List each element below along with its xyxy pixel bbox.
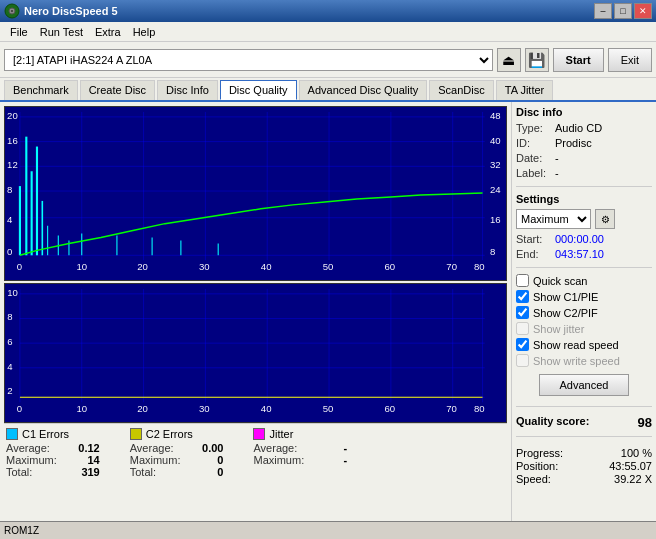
legend-jitter: Jitter Average: - Maximum: - — [253, 428, 347, 478]
maximize-button[interactable]: □ — [614, 3, 632, 19]
c1-color-swatch — [6, 428, 18, 440]
close-button[interactable]: ✕ — [634, 3, 652, 19]
svg-text:0: 0 — [17, 404, 22, 414]
minimize-button[interactable]: – — [594, 3, 612, 19]
speed-label: Speed: — [516, 473, 551, 485]
menu-bar: File Run Test Extra Help — [0, 22, 656, 42]
svg-text:50: 50 — [323, 262, 334, 272]
quick-scan-label: Quick scan — [533, 275, 587, 287]
divider-4 — [516, 436, 652, 437]
show-c1-pie-checkbox[interactable] — [516, 290, 529, 303]
menu-help[interactable]: Help — [127, 24, 162, 40]
svg-rect-3 — [5, 107, 506, 280]
svg-text:40: 40 — [261, 262, 272, 272]
c2-maximum-value: 0 — [188, 454, 223, 466]
date-label: Date: — [516, 152, 551, 164]
app-icon — [4, 3, 20, 19]
legend-area: C1 Errors Average: 0.12 Maximum: 14 Tota… — [4, 423, 507, 482]
charts-area: 20 16 12 8 4 0 48 40 32 24 16 8 — [0, 102, 511, 521]
tab-disc-info[interactable]: Disc Info — [157, 80, 218, 100]
svg-text:40: 40 — [490, 136, 501, 146]
quick-scan-checkbox[interactable] — [516, 274, 529, 287]
show-write-speed-checkbox[interactable] — [516, 354, 529, 367]
svg-text:80: 80 — [474, 404, 485, 414]
svg-point-2 — [11, 10, 13, 12]
svg-text:16: 16 — [490, 215, 501, 225]
settings-title: Settings — [516, 193, 652, 205]
divider-3 — [516, 406, 652, 407]
quality-score-row: Quality score: 98 — [516, 415, 652, 430]
show-jitter-checkbox[interactable] — [516, 322, 529, 335]
jitter-color-swatch — [253, 428, 265, 440]
c2-total-label: Total: — [130, 466, 156, 478]
svg-text:8: 8 — [7, 185, 12, 195]
window-controls: – □ ✕ — [594, 3, 652, 19]
title-bar: Nero DiscSpeed 5 – □ ✕ — [0, 0, 656, 22]
svg-text:24: 24 — [490, 185, 501, 195]
c1-maximum-value: 14 — [65, 454, 100, 466]
end-time: 043:57.10 — [555, 248, 604, 260]
tab-ta-jitter[interactable]: TA Jitter — [496, 80, 554, 100]
svg-text:30: 30 — [199, 404, 210, 414]
checkbox-show-jitter: Show jitter — [516, 322, 652, 335]
id-label: ID: — [516, 137, 551, 149]
menu-extra[interactable]: Extra — [89, 24, 127, 40]
speed-combo[interactable]: Maximum — [516, 209, 591, 229]
svg-text:60: 60 — [384, 262, 395, 272]
position-label: Position: — [516, 460, 558, 472]
eject-button[interactable]: ⏏ — [497, 48, 521, 72]
show-c1-pie-label: Show C1/PIE — [533, 291, 598, 303]
jitter-title: Jitter — [269, 428, 293, 440]
tab-advanced-disc-quality[interactable]: Advanced Disc Quality — [299, 80, 428, 100]
speed-setting-row: Maximum ⚙ — [516, 209, 652, 229]
checkbox-show-c1-pie: Show C1/PIE — [516, 290, 652, 303]
save-button[interactable]: 💾 — [525, 48, 549, 72]
settings-icon-btn[interactable]: ⚙ — [595, 209, 615, 229]
svg-text:8: 8 — [490, 248, 495, 258]
tab-create-disc[interactable]: Create Disc — [80, 80, 155, 100]
exit-button[interactable]: Exit — [608, 48, 652, 72]
end-label: End: — [516, 248, 551, 260]
progress-label: Progress: — [516, 447, 563, 459]
svg-text:10: 10 — [7, 288, 18, 298]
tab-scandisc[interactable]: ScanDisc — [429, 80, 493, 100]
main-content: 20 16 12 8 4 0 48 40 32 24 16 8 — [0, 102, 656, 521]
c1-maximum-label: Maximum: — [6, 454, 57, 466]
c1-total-value: 319 — [65, 466, 100, 478]
quality-score-label: Quality score: — [516, 415, 589, 430]
svg-text:32: 32 — [490, 161, 501, 171]
show-c2-pif-checkbox[interactable] — [516, 306, 529, 319]
type-value: Audio CD — [555, 122, 602, 134]
divider-2 — [516, 267, 652, 268]
quality-score-value: 98 — [638, 415, 652, 430]
progress-value: 100 % — [621, 447, 652, 459]
svg-text:20: 20 — [137, 404, 148, 414]
jitter-average-label: Average: — [253, 442, 297, 454]
c1-average-label: Average: — [6, 442, 50, 454]
svg-text:50: 50 — [323, 404, 334, 414]
start-button[interactable]: Start — [553, 48, 604, 72]
svg-text:20: 20 — [7, 111, 18, 121]
menu-file[interactable]: File — [4, 24, 34, 40]
top-chart: 20 16 12 8 4 0 48 40 32 24 16 8 — [4, 106, 507, 281]
app-title: Nero DiscSpeed 5 — [24, 5, 118, 17]
id-value: Prodisc — [555, 137, 592, 149]
svg-text:70: 70 — [446, 262, 457, 272]
svg-text:16: 16 — [7, 136, 18, 146]
advanced-button[interactable]: Advanced — [539, 374, 629, 396]
show-read-speed-checkbox[interactable] — [516, 338, 529, 351]
svg-text:10: 10 — [76, 262, 87, 272]
drive-select[interactable]: [2:1] ATAPI iHAS224 A ZL0A — [4, 49, 493, 71]
c2-total-value: 0 — [188, 466, 223, 478]
menu-run-test[interactable]: Run Test — [34, 24, 89, 40]
checkbox-show-read-speed: Show read speed — [516, 338, 652, 351]
tab-disc-quality[interactable]: Disc Quality — [220, 80, 297, 100]
svg-text:4: 4 — [7, 215, 12, 225]
disc-info-title: Disc info — [516, 106, 652, 118]
show-write-speed-label: Show write speed — [533, 355, 620, 367]
show-read-speed-label: Show read speed — [533, 339, 619, 351]
svg-text:8: 8 — [7, 313, 12, 323]
svg-rect-53 — [5, 284, 506, 422]
c2-title: C2 Errors — [146, 428, 193, 440]
tab-benchmark[interactable]: Benchmark — [4, 80, 78, 100]
